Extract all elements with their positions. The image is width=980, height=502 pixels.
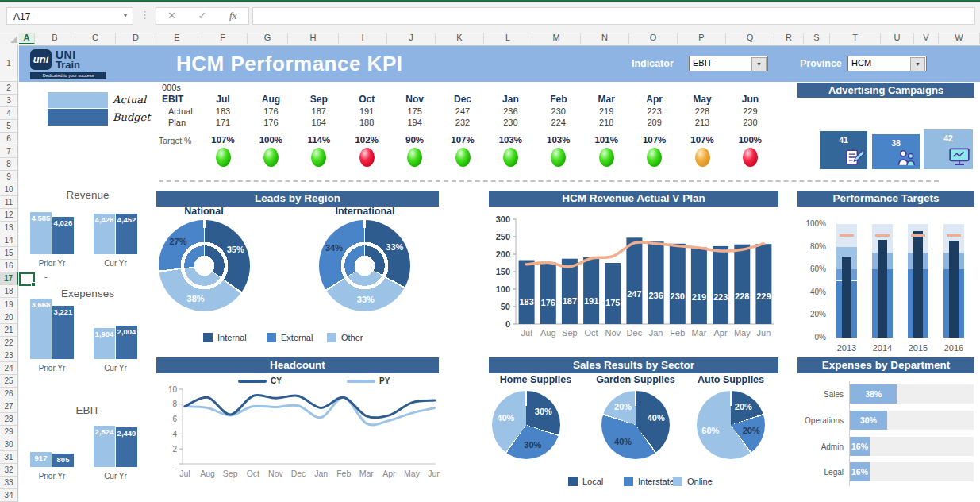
y-tick: 200 [496,249,510,259]
bar-value: 223 [713,292,728,302]
cancel-icon[interactable]: ✕ [156,8,187,24]
row-header-8[interactable]: 8 [0,158,18,171]
province-dropdown[interactable]: HCM ▼ [847,56,927,71]
name-box[interactable]: A17 [6,7,133,25]
row-header-3[interactable]: 3 [0,95,18,107]
kpi-target-value: 101% [586,135,626,145]
row-header-17[interactable]: 17 [0,272,18,285]
mini-bar-budget: 4,026 [52,217,74,254]
actual-bar [648,241,664,324]
row-header-34[interactable]: 34 [0,489,18,502]
chevron-down-icon[interactable]: ▼ [751,57,767,71]
row-header-24[interactable]: 24 [0,362,18,375]
row-header-27[interactable]: 27 [0,400,18,413]
formula-bar-handle[interactable]: ⋮ [140,9,150,21]
row-header-19[interactable]: 19 [0,299,18,311]
legend-line-swatch [238,380,267,383]
kpi-month: Sep [299,94,339,105]
row-header-31[interactable]: 31 [0,451,18,464]
row-header-5[interactable]: 5 [0,120,18,133]
enter-icon[interactable]: ✓ [187,8,218,24]
row-header-6[interactable]: 6 [0,133,18,145]
row-header-22[interactable]: 22 [0,337,18,349]
kpi-actual-value: 228 [682,106,722,116]
row-header-23[interactable]: 23 [0,349,18,362]
row-header-4[interactable]: 4 [0,107,18,120]
mini-bar-value: 2,449 [116,429,137,438]
status-light-orange [695,148,710,167]
row-header-14[interactable]: 14 [0,234,18,247]
kpi-actual-value: 176 [251,106,290,116]
row-header-25[interactable]: 25 [0,375,18,388]
bullet-target-tick [875,234,890,237]
bar-value: 176 [541,298,555,307]
row-header-20[interactable]: 20 [0,311,18,324]
row-header-32[interactable]: 32 [0,464,18,477]
x-label: Jan [314,469,328,478]
kpi-plan-value: 194 [395,118,435,127]
mini-bar-actual: 3,668 [30,299,52,359]
row-header-11[interactable]: 11 [0,196,18,209]
row-header-10[interactable]: 10 [0,183,18,196]
row-header-33[interactable]: 33 [0,477,18,489]
mini-cat-label: Cur Yr [92,259,140,268]
bar-value: 183 [519,297,533,307]
kpi-target-value: 102% [347,135,386,145]
kpi-metric: EBIT [162,94,183,105]
row-header-9[interactable]: 9 [0,171,18,183]
row-header-21[interactable]: 21 [0,324,18,337]
row-header-13[interactable]: 13 [0,222,18,234]
chevron-down-icon[interactable]: ▼ [910,57,925,71]
dept-bar: 16% [850,437,870,456]
bar-value: 230 [671,292,685,301]
legend-budget-swatch [48,109,108,126]
unitrain-logo: uni UNI Train Dedicated to your success [30,49,106,79]
row-header-28[interactable]: 28 [0,413,18,426]
indicator-dropdown[interactable]: EBIT ▼ [689,56,768,71]
row-header-1[interactable]: 1 [0,45,18,82]
kpi-target-value: 100% [730,135,770,145]
pie-title: Auto Supplies [681,374,781,385]
kpi-month: Jul [203,94,243,105]
y-tick: 60% [797,265,826,273]
kpi-month: Dec [443,94,482,105]
legend-swatch [267,333,276,342]
legend-label: PY [379,376,390,385]
selected-cell-a17[interactable] [19,272,35,286]
x-label: May [404,469,421,478]
mini-bar-actual: 917 [30,452,52,467]
row-header-2[interactable]: 2 [0,82,18,95]
mini-bar-budget: 3,221 [52,306,74,359]
row-header-26[interactable]: 26 [0,388,18,400]
insert-function-icon[interactable]: fx [217,8,248,24]
row-header-18[interactable]: 18 [0,285,18,298]
x-label: Jan [649,328,663,338]
bar-value: 191 [584,296,598,306]
hcm-revenue-title: HCM Revenue Actual V Plan [489,191,778,207]
kpi-target-value: 90% [395,135,435,145]
fill-handle[interactable] [31,282,36,287]
kpi-month: Nov [395,94,435,105]
formula-input[interactable] [252,7,975,25]
actual-bar [583,257,599,324]
status-light-green [647,148,662,167]
row-header-7[interactable]: 7 [0,145,18,158]
logo-mark: uni [30,49,52,70]
kpi-actual-value: 175 [395,106,435,116]
sales-legend-interstate: Interstate [624,477,674,486]
slice-label-local: 30% [529,407,558,416]
name-box-dropdown-icon[interactable]: ▼ [117,7,133,25]
mini-cat-label: Cur Yr [92,364,140,373]
row-header-12[interactable]: 12 [0,209,18,222]
dept-label: Admin [797,442,844,451]
mini-cat-label: Prior Yr [29,259,76,268]
row-header-15[interactable]: 15 [0,247,18,260]
row-header-30[interactable]: 30 [0,438,18,451]
row-header-29[interactable]: 29 [0,426,18,438]
row-header-16[interactable]: 16 [0,260,18,272]
status-light-green [599,148,614,167]
bullet-target-tick [840,234,854,237]
x-label: Nov [268,469,283,478]
kpi-target-value: 107% [635,135,674,145]
status-light-green [503,148,518,167]
